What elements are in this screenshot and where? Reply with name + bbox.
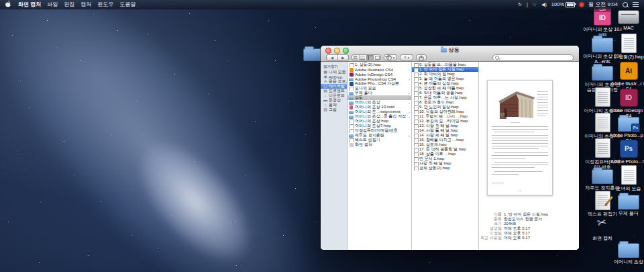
hwp-document-icon bbox=[595, 87, 610, 107]
file-row[interactable]: Adobe Photoshop CS4› bbox=[347, 77, 411, 81]
app-ps-icon bbox=[349, 82, 354, 86]
coverflow-view-button[interactable] bbox=[374, 55, 380, 60]
file-row[interactable]: 3. 놀 때 아들의 영문.hwp bbox=[412, 77, 478, 81]
desktop-icon[interactable]: 1. 상동(2).hwp bbox=[609, 34, 644, 60]
hwp-document-icon bbox=[621, 34, 637, 53]
window-chrome[interactable]: 상동 ◀ ▶ ▾ ≡ ▾ bbox=[321, 46, 579, 62]
heart-icon[interactable]: ♡ bbox=[533, 0, 537, 9]
file-row[interactable]: 어머니의 초상 10.indd bbox=[347, 105, 411, 109]
file-row[interactable]: Adobe Pho...CS4 가상본 bbox=[347, 81, 411, 86]
file-row[interactable]: 모녀의 모습 bbox=[347, 86, 411, 91]
file-row[interactable]: 14. 사랑 세 째 날.hwp bbox=[412, 133, 478, 138]
battery-indicator[interactable]: 100% bbox=[551, 1, 575, 7]
file-row[interactable]: 어머니의 초상› bbox=[347, 100, 411, 105]
file-row[interactable]: 17. 못 박혀 원통한 날.hwp bbox=[412, 147, 478, 152]
file-name: 사랑 첫 째 날.hwp bbox=[419, 161, 477, 166]
hwp-icon bbox=[413, 124, 418, 128]
desktop-icon[interactable]: 무제 폴더 bbox=[609, 191, 644, 216]
desktop-icon: ▢ bbox=[323, 84, 328, 89]
gear-icon bbox=[386, 55, 392, 60]
file-row[interactable]: 텍스트 편집기 bbox=[347, 138, 411, 142]
file-row[interactable]: 어머니의 초상.hwp bbox=[347, 119, 411, 124]
sidebar-item-pictures[interactable]: ▨그림 bbox=[321, 107, 347, 112]
file-row[interactable]: 14. 사랑 둘 째 날.hwp bbox=[412, 128, 478, 133]
volume-icon[interactable]: ◀) bbox=[541, 0, 547, 9]
file-name: 모녀의 모습 bbox=[355, 86, 410, 91]
menu-item-1[interactable]: 편집 bbox=[64, 1, 74, 8]
file-row[interactable]: 13. 사랑 첫 째 날.hwp bbox=[412, 124, 478, 128]
file-row[interactable]: 어머니의 초…ssignments› bbox=[347, 109, 411, 114]
file-row[interactable]: 11. 무덤이 또…나서….hwp bbox=[412, 114, 478, 119]
file-row[interactable]: 1. 상동(2).hwp bbox=[347, 62, 411, 67]
file-row[interactable]: Adobe InDesign CS4 bbox=[347, 72, 411, 77]
menubar-status-icons: ↻|♡◀) bbox=[518, 0, 547, 9]
file-name: 어머니의 초상7.hwp bbox=[355, 124, 410, 128]
window-title: 상동 bbox=[449, 46, 460, 54]
sync-status-icon[interactable]: ↻ bbox=[518, 0, 522, 9]
input-menu-icon[interactable]: | bbox=[527, 0, 528, 9]
sidebar-list: ▦나의 모든 파일◉AirDropA응용 프로그램▢데스크탑▤도큐멘트↓다운로드… bbox=[321, 70, 347, 112]
back-button[interactable]: ◀ bbox=[327, 56, 337, 60]
menu-item-2[interactable]: 캡처 bbox=[80, 1, 91, 8]
notification-center-icon[interactable] bbox=[633, 2, 639, 7]
info-value: 어제 오후 5:17 bbox=[504, 231, 530, 236]
file-row[interactable]: 전체 상동(2).hwp bbox=[412, 166, 478, 171]
forward-button[interactable]: ▶ bbox=[338, 56, 349, 60]
arrange-icon: ≡ bbox=[404, 55, 407, 60]
apple-logo-icon[interactable] bbox=[5, 1, 12, 8]
folder-icon bbox=[618, 243, 639, 258]
spotlight-icon[interactable] bbox=[623, 2, 628, 7]
file-row[interactable]: 4. 큰 아들의 심정.hwp bbox=[412, 81, 478, 86]
file-name: 어머니의 초…ssignments bbox=[355, 109, 408, 114]
file-row[interactable]: 12. 부친의 모…타이밍.hwp bbox=[412, 119, 478, 124]
sidebar-item-all-my-files[interactable]: ▦나의 모든 파일 bbox=[321, 70, 347, 75]
file-row[interactable]: 이정컴퓨터(이메일)번호 bbox=[347, 128, 411, 133]
file-name: 제주도 전지훈련 bbox=[355, 133, 408, 138]
file-row[interactable]: 제주도 전지훈련› bbox=[347, 133, 411, 138]
file-row[interactable]: 2. 희 아씨의 집.hwp bbox=[412, 72, 478, 77]
share-button[interactable] bbox=[416, 54, 427, 60]
battery-percentage: 100% bbox=[551, 1, 564, 7]
column-view-button[interactable] bbox=[367, 55, 374, 60]
active-app-name[interactable]: 화면 캡처 bbox=[18, 1, 41, 8]
desktop-icon[interactable]: 어머니의 초상 bbox=[609, 239, 644, 265]
list-view-button[interactable] bbox=[360, 55, 367, 60]
search-field[interactable] bbox=[492, 54, 574, 61]
file-row[interactable]: 18. 상출 이후….hwp bbox=[412, 152, 478, 156]
file-row[interactable]: 9. 반 노인의 일상.hwp bbox=[412, 105, 478, 109]
desktop-icon[interactable]: 모녀의 모습 bbox=[609, 165, 644, 191]
action-menu-button[interactable]: ▾ bbox=[384, 54, 397, 60]
desktop-icon-label: 어머니의 초상 bbox=[609, 259, 644, 265]
search-input[interactable] bbox=[499, 55, 571, 60]
file-row[interactable]: 어머니의 초상7.hwp bbox=[347, 124, 411, 128]
file-row[interactable]: 8. 천둥과 홍수.hwp bbox=[412, 100, 478, 105]
file-row[interactable]: Adobe Illustrator CS4› bbox=[347, 67, 411, 72]
file-row[interactable]: 16. 상묘재.hwp bbox=[412, 142, 478, 147]
file-row[interactable]: 6. 막내 아들의 생활.hwp bbox=[412, 91, 478, 95]
file-row[interactable]: 1. 반 쉬아 젊은 시절.hwp bbox=[412, 67, 478, 72]
file-row[interactable]: 상동› bbox=[347, 95, 411, 100]
file-row[interactable]: 빈 문서 1.hwp bbox=[412, 156, 478, 161]
file-row[interactable]: 화면 캡처 bbox=[347, 142, 411, 147]
desktop-icon[interactable]: ✂화면 캡처 bbox=[583, 216, 622, 241]
document-icon bbox=[595, 138, 610, 158]
menu-item-3[interactable]: 윈도우 bbox=[97, 1, 113, 8]
file-row[interactable]: 어머니의 초상...문 출간 저장› bbox=[347, 114, 411, 119]
file-row[interactable]: 사랑 첫 째 날.hwp bbox=[412, 161, 478, 166]
menubar-clock[interactable]: 월 오전 9:04 bbox=[588, 1, 618, 8]
record-dot-icon[interactable] bbox=[580, 3, 584, 7]
file-row[interactable]: 10. 목숨의 상아관례.hwp bbox=[412, 109, 478, 114]
desktop-icon-folder-partial[interactable] bbox=[303, 44, 322, 61]
file-row[interactable]: 15. 참배를 마치고….hwp bbox=[412, 138, 478, 142]
file-name: 이정컴퓨터(이메일)번호 bbox=[355, 128, 410, 133]
file-row[interactable]: 5. 성장한 세 째 아들.hwp bbox=[412, 86, 478, 91]
file-row[interactable]: 무제 폴더› bbox=[347, 91, 411, 95]
arrange-menu-button[interactable]: ≡ ▾ bbox=[400, 54, 413, 60]
hwp-icon bbox=[413, 162, 418, 166]
icon-view-button[interactable] bbox=[352, 55, 360, 60]
file-row[interactable]: 0. 상동을 쓰…마음을.hwp bbox=[412, 62, 478, 67]
macos-desktop: { "menubar": { "app_name": "화면 캡처", "men… bbox=[0, 0, 644, 272]
file-row[interactable]: 7. 온몸 어루…는 사랑.hwp bbox=[412, 95, 478, 100]
menu-item-4[interactable]: 도움말 bbox=[119, 1, 136, 8]
menu-item-0[interactable]: 파일 bbox=[47, 1, 58, 8]
